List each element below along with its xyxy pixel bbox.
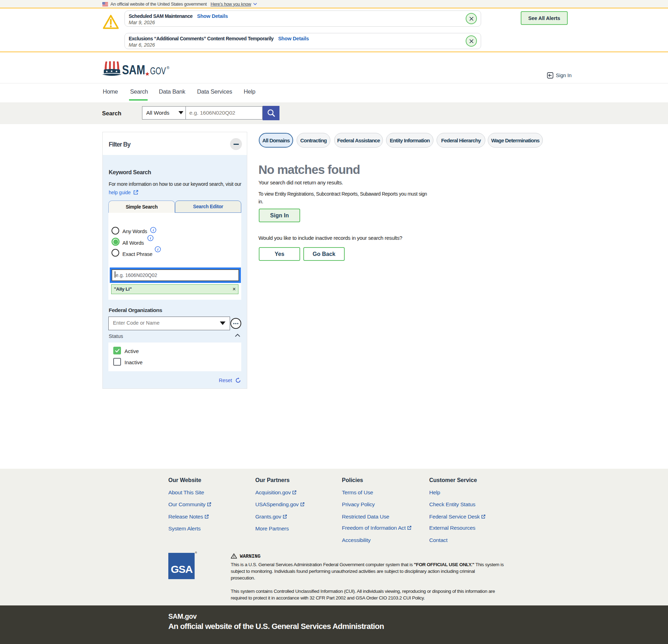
svg-text:GOV: GOV	[150, 65, 166, 76]
svg-text:i: i	[150, 236, 151, 240]
svg-text:i: i	[157, 247, 158, 251]
svg-text:SAM: SAM	[122, 63, 145, 77]
svg-text:®: ®	[167, 66, 169, 70]
svg-text:i: i	[153, 228, 154, 232]
